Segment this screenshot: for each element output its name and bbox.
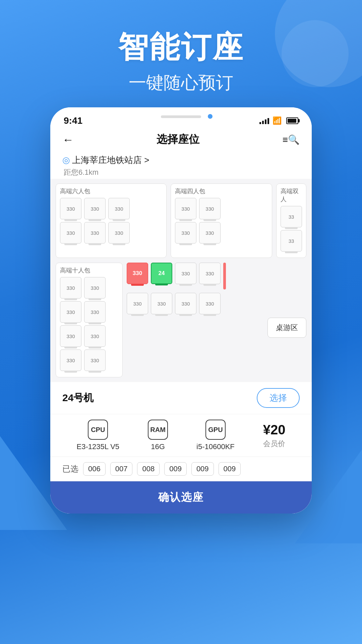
map-bottom-row: 高端十人包 330 330 330 330 330 330 330 330 <box>56 263 306 377</box>
status-icons: 📶 <box>259 116 298 125</box>
page-title: 选择座位 <box>157 132 199 147</box>
right-bottom-row: 330 330 330 330 <box>127 293 306 314</box>
section-six-pack: 高端六人包 330 330 330 330 330 330 <box>56 183 167 258</box>
right-top-row: 330 24 330 330 <box>127 263 306 289</box>
price-value: ¥20 <box>263 422 286 437</box>
cpu-icon: CPU <box>88 420 108 440</box>
seat-s5[interactable]: 330 <box>84 222 106 244</box>
selected-seat-008: 008 <box>137 462 160 476</box>
bottom-panel: 24号机 选择 CPU E3-1235L V5 RAM 16G GPU <box>50 382 312 514</box>
cpu-icon-label: CPU <box>91 426 105 434</box>
section-double-label: 高端双人 <box>281 187 302 203</box>
cpu-value: E3-1235L V5 <box>76 442 119 451</box>
seat-occupied-330[interactable]: 330 <box>127 263 148 284</box>
seat-f3[interactable]: 330 <box>175 222 196 244</box>
selected-seat-006: 006 <box>83 462 106 476</box>
seat-t4[interactable]: 330 <box>84 301 106 323</box>
seat-t2[interactable]: 330 <box>84 277 106 299</box>
selected-seat-007: 007 <box>110 462 133 476</box>
seat-t8[interactable]: 330 <box>84 350 106 371</box>
seat-d1[interactable]: 33 <box>281 206 302 227</box>
seat-t3[interactable]: 330 <box>60 301 81 323</box>
battery-icon <box>286 117 298 124</box>
right-seat-area: 330 24 330 330 330 330 330 330 桌游区 <box>127 263 306 377</box>
seat-selected-24[interactable]: 24 <box>151 263 172 284</box>
seat-s3[interactable]: 330 <box>108 198 130 219</box>
ten-row-3: 330 330 <box>60 325 118 347</box>
section-double-pack: 高端双人 33 33 <box>276 183 306 258</box>
seat-map: 高端六人包 330 330 330 330 330 330 高端四人包 330 … <box>50 179 312 382</box>
seat-rb4[interactable]: 330 <box>199 293 221 314</box>
ram-icon-label: RAM <box>150 426 166 434</box>
board-game-label: 桌游区 <box>276 323 298 332</box>
section-six-label: 高端六人包 <box>60 187 162 195</box>
seat-d2[interactable]: 33 <box>281 230 302 252</box>
select-machine-button[interactable]: 选择 <box>257 388 300 408</box>
machine-name: 24号机 <box>62 391 94 405</box>
location-distance: 距您6.1km <box>62 167 300 177</box>
status-time: 9:41 <box>64 115 82 126</box>
battery-fill <box>288 119 296 123</box>
specs-row: CPU E3-1235L V5 RAM 16G GPU i5-10600KF ¥… <box>50 414 312 457</box>
seat-t5[interactable]: 330 <box>60 325 81 347</box>
phone-pill <box>161 115 201 118</box>
price-spec: ¥20 会员价 <box>263 422 286 449</box>
seat-s6[interactable]: 330 <box>108 222 130 244</box>
machine-info-bar: 24号机 选择 <box>50 382 312 414</box>
location-name[interactable]: ◎ 上海莘庄地铁站店 > <box>62 154 300 166</box>
seat-rb2[interactable]: 330 <box>151 293 172 314</box>
price-label: 会员价 <box>263 439 285 449</box>
ram-icon: RAM <box>148 420 168 440</box>
double-row-1: 33 <box>281 206 302 227</box>
back-button[interactable]: ← <box>62 133 74 146</box>
section-four-pack: 高端四人包 330 330 330 330 <box>171 183 272 258</box>
section-four-label: 高端四人包 <box>175 187 268 195</box>
status-bar: 9:41 📶 <box>50 107 312 129</box>
section-ten-label: 高端十人包 <box>60 266 118 274</box>
board-game-area: 桌游区 <box>267 318 306 338</box>
hero-subtitle: 一键随心预订 <box>0 71 362 95</box>
app-header: ← 选择座位 ≡🔍 <box>50 129 312 152</box>
selected-seat-009b: 009 <box>191 462 214 476</box>
map-top-row: 高端六人包 330 330 330 330 330 330 高端四人包 330 … <box>56 183 306 258</box>
seat-s1[interactable]: 330 <box>60 198 81 219</box>
selected-label: 已选 <box>62 464 78 474</box>
seat-rb3[interactable]: 330 <box>175 293 196 314</box>
signal-bars-icon <box>259 117 269 124</box>
selected-seat-009c: 009 <box>219 462 241 476</box>
four-row-2: 330 330 <box>175 222 268 244</box>
gpu-spec: GPU i5-10600KF <box>196 420 235 451</box>
wifi-icon: 📶 <box>273 116 282 125</box>
ten-row-2: 330 330 <box>60 301 118 323</box>
seat-s2[interactable]: 330 <box>84 198 106 219</box>
seat-r3[interactable]: 330 <box>175 263 196 284</box>
seat-t1[interactable]: 330 <box>60 277 81 299</box>
signal-bar-3 <box>265 119 266 124</box>
cpu-spec: CPU E3-1235L V5 <box>76 420 119 451</box>
seat-t7[interactable]: 330 <box>60 350 81 371</box>
signal-bar-4 <box>267 118 269 124</box>
selected-seats-row: 已选 006 007 008 009 009 009 <box>50 457 312 481</box>
seat-t6[interactable]: 330 <box>84 325 106 347</box>
six-row-2: 330 330 330 <box>60 222 162 244</box>
gpu-value: i5-10600KF <box>196 442 235 451</box>
hero-title: 智能订座 <box>0 27 362 68</box>
ram-value: 16G <box>151 442 165 451</box>
phone-dot <box>208 114 213 119</box>
seat-rb1[interactable]: 330 <box>127 293 148 314</box>
seat-f1[interactable]: 330 <box>175 198 196 219</box>
seat-f2[interactable]: 330 <box>199 198 221 219</box>
seat-r4[interactable]: 330 <box>199 263 221 284</box>
gpu-icon: GPU <box>205 420 226 440</box>
signal-bar-2 <box>262 121 264 124</box>
phone-mockup: 9:41 📶 ← 选择座位 ≡🔍 ◎ 上海莘庄地铁站店 > 距您6.1km <box>50 107 312 514</box>
confirm-button[interactable]: 确认选座 <box>50 481 312 514</box>
hero-section: 智能订座 一键随心预订 <box>0 27 362 95</box>
location-pin-icon: ◎ <box>62 155 70 165</box>
seat-s4[interactable]: 330 <box>60 222 81 244</box>
section-ten-pack: 高端十人包 330 330 330 330 330 330 330 330 <box>56 263 123 377</box>
four-row-1: 330 330 <box>175 198 268 219</box>
signal-bar-1 <box>259 122 261 124</box>
seat-f4[interactable]: 330 <box>199 222 221 244</box>
filter-search-icon[interactable]: ≡🔍 <box>283 134 300 145</box>
